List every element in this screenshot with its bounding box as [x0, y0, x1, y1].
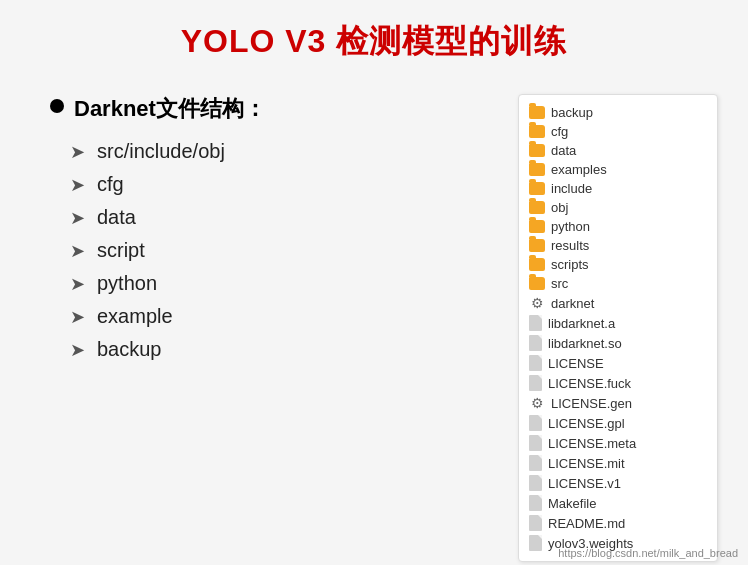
file-name: scripts: [551, 257, 589, 272]
sub-item-text: data: [97, 206, 136, 229]
folder-icon: [529, 125, 545, 138]
arrow-icon: ➤: [70, 306, 85, 328]
sub-item: ➤script: [60, 239, 498, 262]
file-name: libdarknet.a: [548, 316, 615, 331]
file-item: examples: [519, 160, 717, 179]
file-name: results: [551, 238, 589, 253]
arrow-icon: ➤: [70, 174, 85, 196]
file-item: README.md: [519, 513, 717, 533]
file-name: python: [551, 219, 590, 234]
sub-item-text: src/include/obj: [97, 140, 225, 163]
file-icon: [529, 515, 542, 531]
file-name: darknet: [551, 296, 594, 311]
file-name: LICENSE: [548, 356, 604, 371]
file-item: LICENSE.mit: [519, 453, 717, 473]
sub-items-list: ➤src/include/obj➤cfg➤data➤script➤python➤…: [60, 140, 498, 361]
file-item: Makefile: [519, 493, 717, 513]
file-item: ⚙LICENSE.gen: [519, 393, 717, 413]
file-item: LICENSE.gpl: [519, 413, 717, 433]
sub-item-text: cfg: [97, 173, 124, 196]
file-name: LICENSE.gpl: [548, 416, 625, 431]
file-item: scripts: [519, 255, 717, 274]
file-name: LICENSE.fuck: [548, 376, 631, 391]
file-item: src: [519, 274, 717, 293]
folder-icon: [529, 258, 545, 271]
arrow-icon: ➤: [70, 141, 85, 163]
file-item: cfg: [519, 122, 717, 141]
folder-icon: [529, 144, 545, 157]
folder-icon: [529, 201, 545, 214]
file-name: Makefile: [548, 496, 596, 511]
sub-item: ➤data: [60, 206, 498, 229]
file-list-panel: backupcfgdataexamplesincludeobjpythonres…: [518, 94, 718, 562]
file-name: src: [551, 276, 568, 291]
slide-title: YOLO V3 检测模型的训练: [30, 20, 718, 64]
sub-item-text: script: [97, 239, 145, 262]
file-item: python: [519, 217, 717, 236]
file-name: LICENSE.mit: [548, 456, 625, 471]
file-icon: [529, 455, 542, 471]
sub-item: ➤src/include/obj: [60, 140, 498, 163]
arrow-icon: ➤: [70, 273, 85, 295]
arrow-icon: ➤: [70, 339, 85, 361]
file-item: libdarknet.so: [519, 333, 717, 353]
left-panel: Darknet文件结构： ➤src/include/obj➤cfg➤data➤s…: [30, 94, 498, 562]
file-icon: [529, 375, 542, 391]
sub-item-text: backup: [97, 338, 162, 361]
file-item: include: [519, 179, 717, 198]
sub-item-text: python: [97, 272, 157, 295]
sub-item: ➤cfg: [60, 173, 498, 196]
file-item: LICENSE.fuck: [519, 373, 717, 393]
gear-icon: ⚙: [529, 295, 545, 311]
file-name: examples: [551, 162, 607, 177]
file-item: results: [519, 236, 717, 255]
file-item: LICENSE.v1: [519, 473, 717, 493]
main-bullet: Darknet文件结构：: [50, 94, 498, 124]
arrow-icon: ➤: [70, 207, 85, 229]
folder-icon: [529, 182, 545, 195]
sub-item: ➤example: [60, 305, 498, 328]
file-icon: [529, 355, 542, 371]
file-icon: [529, 495, 542, 511]
gear-icon: ⚙: [529, 395, 545, 411]
file-name: data: [551, 143, 576, 158]
folder-icon: [529, 163, 545, 176]
file-name: README.md: [548, 516, 625, 531]
file-name: include: [551, 181, 592, 196]
slide: YOLO V3 检测模型的训练 Darknet文件结构： ➤src/includ…: [0, 0, 748, 565]
file-name: backup: [551, 105, 593, 120]
file-name: cfg: [551, 124, 568, 139]
file-name: LICENSE.meta: [548, 436, 636, 451]
folder-icon: [529, 106, 545, 119]
file-item: libdarknet.a: [519, 313, 717, 333]
file-item: obj: [519, 198, 717, 217]
bullet-dot-icon: [50, 99, 64, 113]
file-icon: [529, 315, 542, 331]
folder-icon: [529, 277, 545, 290]
url-bar: https://blog.csdn.net/milk_and_bread: [558, 547, 738, 559]
file-icon: [529, 435, 542, 451]
file-icon: [529, 535, 542, 551]
file-item: LICENSE.meta: [519, 433, 717, 453]
file-item: backup: [519, 103, 717, 122]
content-area: Darknet文件结构： ➤src/include/obj➤cfg➤data➤s…: [30, 94, 718, 562]
sub-item: ➤backup: [60, 338, 498, 361]
file-name: LICENSE.v1: [548, 476, 621, 491]
file-name: obj: [551, 200, 568, 215]
main-bullet-text: Darknet文件结构：: [74, 94, 266, 124]
file-name: LICENSE.gen: [551, 396, 632, 411]
folder-icon: [529, 220, 545, 233]
file-item: ⚙darknet: [519, 293, 717, 313]
file-icon: [529, 335, 542, 351]
sub-item-text: example: [97, 305, 173, 328]
file-item: LICENSE: [519, 353, 717, 373]
file-icon: [529, 415, 542, 431]
file-item: data: [519, 141, 717, 160]
file-icon: [529, 475, 542, 491]
file-name: libdarknet.so: [548, 336, 622, 351]
arrow-icon: ➤: [70, 240, 85, 262]
sub-item: ➤python: [60, 272, 498, 295]
folder-icon: [529, 239, 545, 252]
